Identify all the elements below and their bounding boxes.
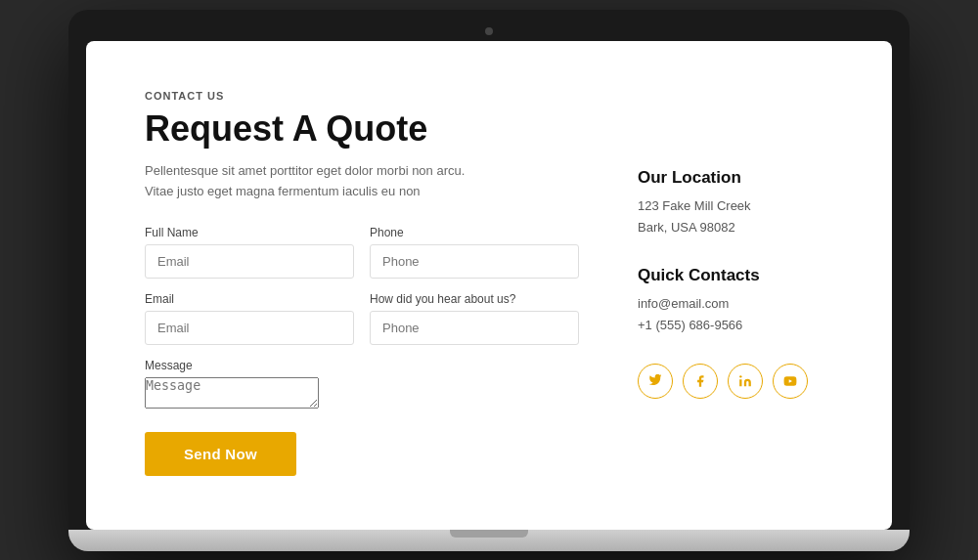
description-line1: Pellentesque sit amet porttitor eget dol… bbox=[145, 163, 465, 178]
form-row-2: Email How did you hear about us? bbox=[145, 292, 579, 345]
camera-dot bbox=[485, 27, 493, 35]
email-group: Email bbox=[145, 292, 354, 345]
phone-label: Phone bbox=[370, 226, 579, 239]
facebook-icon[interactable] bbox=[683, 364, 718, 399]
contact-label: CONTACT US bbox=[145, 90, 579, 102]
youtube-icon[interactable] bbox=[773, 364, 808, 399]
description-line2: Vitae justo eget magna fermentum iaculis… bbox=[145, 184, 421, 198]
phone-group: Phone bbox=[370, 226, 579, 279]
message-group: Message bbox=[145, 359, 579, 412]
svg-point-0 bbox=[739, 375, 741, 377]
full-name-input[interactable] bbox=[145, 244, 354, 279]
location-line1: 123 Fake Mill Creek bbox=[638, 198, 751, 213]
form-section: CONTACT US Request A Quote Pellentesque … bbox=[145, 90, 579, 481]
page-title: Request A Quote bbox=[145, 109, 579, 149]
laptop-base bbox=[68, 530, 910, 551]
message-label: Message bbox=[145, 359, 579, 372]
email-input[interactable] bbox=[145, 311, 354, 345]
location-section: Our Location 123 Fake Mill Creek Bark, U… bbox=[638, 168, 833, 238]
laptop-screen: CONTACT US Request A Quote Pellentesque … bbox=[86, 41, 892, 530]
form-row-1: Full Name Phone bbox=[145, 226, 579, 279]
location-heading: Our Location bbox=[638, 168, 833, 188]
description: Pellentesque sit amet porttitor eget dol… bbox=[145, 161, 579, 202]
laptop-frame: CONTACT US Request A Quote Pellentesque … bbox=[68, 10, 910, 551]
heard-group: How did you hear about us? bbox=[370, 292, 579, 345]
page-content: CONTACT US Request A Quote Pellentesque … bbox=[86, 41, 892, 530]
heard-label: How did you hear about us? bbox=[370, 292, 579, 306]
full-name-label: Full Name bbox=[145, 226, 354, 239]
quick-contacts-heading: Quick Contacts bbox=[638, 266, 833, 285]
twitter-icon[interactable] bbox=[638, 364, 673, 399]
contact-email: info@email.com bbox=[638, 293, 833, 315]
send-button[interactable]: Send Now bbox=[145, 432, 296, 476]
heard-input[interactable] bbox=[370, 311, 579, 345]
quick-contacts-section: Quick Contacts info@email.com +1 (555) 6… bbox=[638, 266, 833, 336]
sidebar: Our Location 123 Fake Mill Creek Bark, U… bbox=[638, 90, 833, 481]
message-input[interactable] bbox=[145, 377, 319, 409]
full-name-group: Full Name bbox=[145, 226, 354, 279]
linkedin-icon[interactable] bbox=[728, 364, 763, 399]
location-text: 123 Fake Mill Creek Bark, USA 98082 bbox=[638, 195, 833, 238]
social-icons bbox=[638, 364, 833, 399]
contact-phone: +1 (555) 686-9566 bbox=[638, 315, 833, 336]
location-line2: Bark, USA 98082 bbox=[638, 220, 735, 235]
phone-input[interactable] bbox=[370, 244, 579, 279]
email-label: Email bbox=[145, 292, 354, 306]
